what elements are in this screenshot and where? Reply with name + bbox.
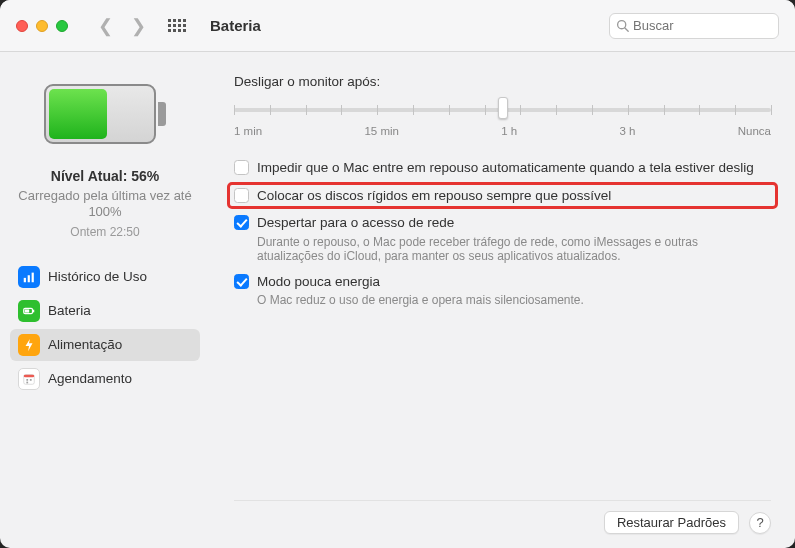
sidebar-item-label: Bateria — [48, 303, 91, 318]
battery-graphic — [44, 84, 166, 144]
option-description: Durante o repouso, o Mac pode receber tr… — [257, 235, 737, 263]
search-field[interactable] — [609, 13, 779, 39]
forward-button[interactable]: ❯ — [131, 15, 146, 37]
preferences-window: ❮ ❯ Bateria Nível Atual: 56% Carregado p… — [0, 0, 795, 548]
schedule-icon — [18, 368, 40, 390]
footer: Restaurar Padrões ? — [234, 500, 771, 534]
svg-rect-3 — [28, 275, 30, 282]
tick-label: 15 min — [364, 125, 399, 137]
checkbox[interactable] — [234, 274, 249, 289]
svg-rect-11 — [30, 379, 32, 381]
restore-defaults-button[interactable]: Restaurar Padrões — [604, 511, 739, 534]
tick-label: 1 min — [234, 125, 262, 137]
sidebar-item-power[interactable]: Alimentação — [10, 329, 200, 361]
svg-rect-6 — [25, 309, 29, 312]
checkbox[interactable] — [234, 215, 249, 230]
nav-arrows: ❮ ❯ — [98, 15, 146, 37]
svg-rect-2 — [24, 277, 26, 281]
checkbox[interactable] — [234, 160, 249, 175]
sidebar-item-label: Histórico de Uso — [48, 269, 147, 284]
option-label: Modo pouca energia — [257, 273, 584, 291]
battery-icon — [18, 300, 40, 322]
slider-thumb[interactable] — [498, 97, 508, 119]
slider-label: Desligar o monitor após: — [234, 74, 771, 89]
options-list: Impedir que o Mac entre em repouso autom… — [234, 159, 771, 307]
option-row: Modo pouca energiaO Mac reduz o uso de e… — [234, 273, 771, 308]
sidebar-item-label: Alimentação — [48, 337, 122, 352]
option-label: Impedir que o Mac entre em repouso autom… — [257, 159, 754, 177]
sidebar-item-usage[interactable]: Histórico de Uso — [10, 261, 200, 293]
titlebar: ❮ ❯ Bateria — [0, 0, 795, 52]
svg-rect-4 — [32, 272, 34, 282]
sidebar-item-schedule[interactable]: Agendamento — [10, 363, 200, 395]
back-button[interactable]: ❮ — [98, 15, 113, 37]
window-controls — [16, 20, 68, 32]
checkbox[interactable] — [234, 188, 249, 203]
close-icon[interactable] — [16, 20, 28, 32]
sidebar-nav: Histórico de UsoBateriaAlimentaçãoAgenda… — [0, 261, 210, 395]
battery-timestamp: Ontem 22:50 — [0, 225, 210, 239]
svg-rect-10 — [26, 379, 28, 381]
zoom-icon[interactable] — [56, 20, 68, 32]
battery-level-label: Nível Atual: 56% — [0, 168, 210, 184]
search-input[interactable] — [633, 18, 772, 33]
sidebar-item-label: Agendamento — [48, 371, 132, 386]
option-description: O Mac reduz o uso de energia e opera mai… — [257, 293, 584, 307]
svg-rect-9 — [24, 374, 35, 377]
slider-tick-labels: 1 min15 min1 h3 hNunca — [234, 125, 771, 141]
option-row: Impedir que o Mac entre em repouso autom… — [234, 159, 771, 177]
option-label: Colocar os discos rígidos em repouso sem… — [257, 187, 611, 205]
power-icon — [18, 334, 40, 356]
body: Nível Atual: 56% Carregado pela última v… — [0, 52, 795, 548]
page-title: Bateria — [210, 17, 261, 34]
svg-rect-12 — [26, 381, 28, 383]
tick-label: 1 h — [501, 125, 517, 137]
battery-charged-label: Carregado pela última vez até 100% — [0, 188, 210, 221]
help-button[interactable]: ? — [749, 512, 771, 534]
usage-icon — [18, 266, 40, 288]
main-panel: Desligar o monitor após: 1 min15 min1 h3… — [210, 52, 795, 548]
option-label: Despertar para o acesso de rede — [257, 214, 737, 232]
show-all-icon[interactable] — [168, 19, 186, 32]
svg-rect-7 — [33, 309, 34, 312]
option-row: Colocar os discos rígidos em repouso sem… — [230, 185, 775, 207]
sidebar: Nível Atual: 56% Carregado pela última v… — [0, 52, 210, 548]
tick-label: Nunca — [738, 125, 771, 137]
minimize-icon[interactable] — [36, 20, 48, 32]
tick-label: 3 h — [619, 125, 635, 137]
search-icon — [616, 19, 629, 32]
display-sleep-slider[interactable] — [234, 99, 771, 119]
option-row: Despertar para o acesso de redeDurante o… — [234, 214, 771, 263]
sidebar-item-battery[interactable]: Bateria — [10, 295, 200, 327]
svg-line-1 — [625, 28, 628, 31]
